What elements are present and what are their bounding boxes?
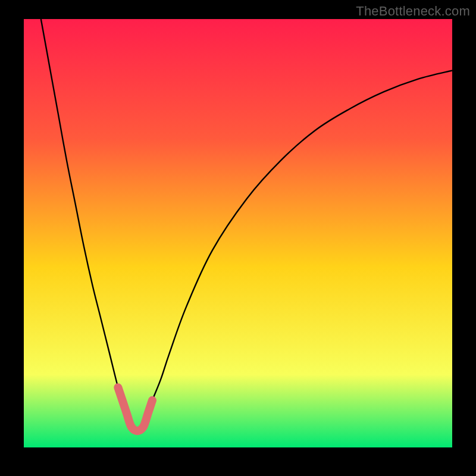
- chart-frame: TheBottleneck.com: [0, 0, 476, 476]
- plot-svg: [24, 19, 452, 447]
- watermark: TheBottleneck.com: [356, 4, 470, 19]
- plot-area: [24, 19, 452, 447]
- plot-background: [24, 19, 452, 447]
